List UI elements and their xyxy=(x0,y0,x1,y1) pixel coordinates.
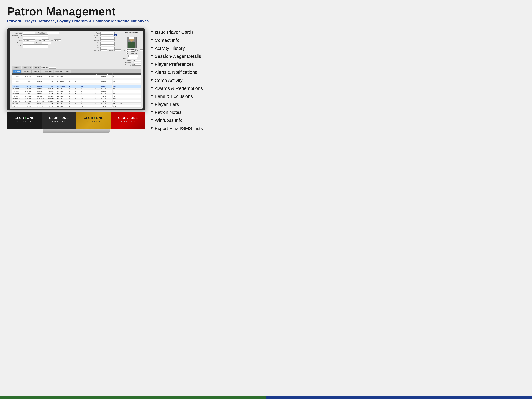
table-cell xyxy=(120,95,130,98)
card-print-label: Card Print: xyxy=(42,67,48,69)
gender-input[interactable] xyxy=(100,50,108,51)
feature-text-4: Session/Wager Details xyxy=(155,54,201,59)
card-print-input[interactable] xyxy=(49,67,56,69)
opt-phone-row: Opt-Out Phone xyxy=(126,53,137,54)
table-cell: 9:24 PM xyxy=(24,78,36,80)
table-cell: 7 xyxy=(74,88,80,90)
table-row[interactable]: 1/24/201710:44 AM1/24/201711:00 AM4-8 Ho… xyxy=(12,90,141,93)
table-cell: 5 xyxy=(74,85,80,88)
table-cell: 5 xyxy=(74,105,80,108)
table-row[interactable]: 3/8/20166:20 PM3/8/20167:14 PM4-8 Holdem… xyxy=(12,103,141,105)
feature-activity-history: Activity History xyxy=(151,45,220,51)
birthday-input[interactable] xyxy=(100,34,113,36)
table-cell: 19 xyxy=(80,100,88,103)
first-name-input[interactable] xyxy=(47,32,59,34)
divider-d xyxy=(11,122,38,123)
tab-tournament-results[interactable]: Tournament Results xyxy=(54,70,71,73)
table-cell: 4-8 Holdem xyxy=(56,90,68,93)
table-row[interactable]: 2/23/201710:04 PM2/23/201711:02 PM4-8 Ho… xyxy=(12,75,141,78)
id3-input[interactable] xyxy=(100,47,114,49)
id1-input[interactable] xyxy=(100,42,114,44)
table-row[interactable]: 12/21/201610:41 AM12/21/201612:37 PM4-8 … xyxy=(12,98,141,100)
city-input[interactable]: FRESNO xyxy=(23,39,35,41)
phone-input[interactable] xyxy=(100,37,114,39)
opt-hall-checkbox[interactable] xyxy=(126,51,127,52)
zip-input[interactable]: 93722 xyxy=(54,39,61,41)
avatar xyxy=(127,37,137,48)
table-row[interactable]: 2/22/20178:15 PM2/22/201710:34 PM4-8 Hol… xyxy=(12,83,141,85)
city-label: City: xyxy=(12,39,22,41)
bullet-3 xyxy=(151,47,152,48)
promotions-button[interactable]: Promotions xyxy=(12,66,21,69)
id3-label: Id3: xyxy=(93,47,100,49)
table-row[interactable]: 1/24/201711:18 AM1/24/20171:01 PM4-8 Hol… xyxy=(12,85,141,88)
state-input[interactable]: CA xyxy=(42,39,49,41)
feature-bans-exclusions: Bans & Exclusions xyxy=(151,94,220,99)
alias-row: Alias: xyxy=(93,32,121,34)
table-row[interactable]: 2/23/20179:24 PM2/23/201710:04 PM4-8 Hol… xyxy=(12,78,141,80)
club-text-d: CLUB xyxy=(14,116,24,120)
shamrock-g: ♣ xyxy=(94,116,96,120)
table-cell: 195 xyxy=(120,105,130,108)
form-top-row: Last Name: First Name: Email Address: xyxy=(12,32,141,66)
table-cell: 6:20 PM xyxy=(24,103,36,105)
table-row[interactable]: 12/21/201610:05 AM12/21/201610:24 AM4-8 … xyxy=(12,100,141,103)
tab-actions[interactable]: Actions xyxy=(32,70,40,73)
table-cell: 37 xyxy=(112,95,120,98)
notes-input[interactable] xyxy=(23,44,48,48)
last-name-input[interactable] xyxy=(23,32,35,34)
status-input[interactable] xyxy=(114,50,121,51)
tabs-row: Activity Vouchers Actions Tournaments To… xyxy=(12,69,141,73)
id2-input[interactable] xyxy=(100,44,114,46)
alias-input[interactable] xyxy=(100,32,114,34)
read-dl-button[interactable]: Read DL xyxy=(33,66,41,69)
opt-email-checkbox[interactable] xyxy=(126,49,127,50)
table-cell: 95 xyxy=(112,75,120,78)
tab-activity[interactable]: Activity xyxy=(13,70,21,73)
table-row[interactable]: 2/23/20179:11 PM2/23/20179:21 PM8-16 Hol… xyxy=(12,80,141,83)
region-input[interactable] xyxy=(23,42,34,44)
table-row[interactable]: 1/10/201710:35 AM1/10/201710:57 AM4-8 Ho… xyxy=(12,95,141,98)
table-cell: 5 xyxy=(74,100,80,103)
opt-phone-checkbox[interactable] xyxy=(126,53,127,54)
player-num-input[interactable] xyxy=(100,39,114,41)
table-cell: 8:15 PM xyxy=(24,83,36,85)
table-row[interactable]: 1/24/201711:00 AM1/24/201711:18 AM4-8 Ho… xyxy=(12,88,141,90)
table-cell: 12/21/2016 xyxy=(12,98,24,100)
table-cell: 4-8 Holdem xyxy=(56,98,68,100)
bullet-13 xyxy=(151,127,152,129)
table-cell: 09 xyxy=(68,105,74,108)
street-input[interactable] xyxy=(23,37,48,39)
feature-patron-notes: Patron Notes xyxy=(151,110,220,115)
laptop-base xyxy=(43,129,110,133)
country-input[interactable] xyxy=(42,42,51,44)
table-row[interactable]: 2/4/201611:16 PM2/5/20161:13 AM4-8 Holde… xyxy=(12,105,141,108)
table-cell: 9 xyxy=(74,90,80,93)
available-row: Available: 1136 xyxy=(122,62,141,63)
tab-tournaments[interactable]: Tournaments xyxy=(41,70,53,73)
table-cell: 4-8 Holdem xyxy=(56,78,68,80)
attach-card-button[interactable]: Attach Card xyxy=(22,66,32,69)
email-input[interactable] xyxy=(23,34,48,36)
table-cell: 4-8 Holdem xyxy=(56,100,68,103)
col-promotion: Promotion xyxy=(130,73,141,75)
table-cell: 2/23/2017 xyxy=(12,80,24,83)
table-cell xyxy=(130,75,141,78)
table-cell: 1 xyxy=(95,93,100,95)
table-cell: 1 xyxy=(95,105,100,108)
email-row: Email Address: xyxy=(12,34,91,36)
table-cell: 1/10/2017 xyxy=(12,95,24,98)
diamond-icon: ♦ xyxy=(18,123,19,125)
email-label: Email Address: xyxy=(12,35,22,36)
points-label: Points: xyxy=(122,60,131,61)
id1-row: Id1: xyxy=(93,42,121,44)
table-cell: Seated xyxy=(100,98,113,100)
table-cell: 2/22/2017 xyxy=(36,83,47,85)
source-input[interactable] xyxy=(128,55,138,57)
col-away: Away xyxy=(88,73,95,75)
table-cell xyxy=(88,85,95,88)
other-input[interactable] xyxy=(127,57,137,59)
table-row[interactable]: 1/10/20171:20 PM1/10/20172:18 PM4-8 Hold… xyxy=(12,93,141,95)
city-row: City: FRESNO State: CA Zip: xyxy=(12,39,91,41)
tab-vouchers[interactable]: Vouchers xyxy=(22,70,32,73)
